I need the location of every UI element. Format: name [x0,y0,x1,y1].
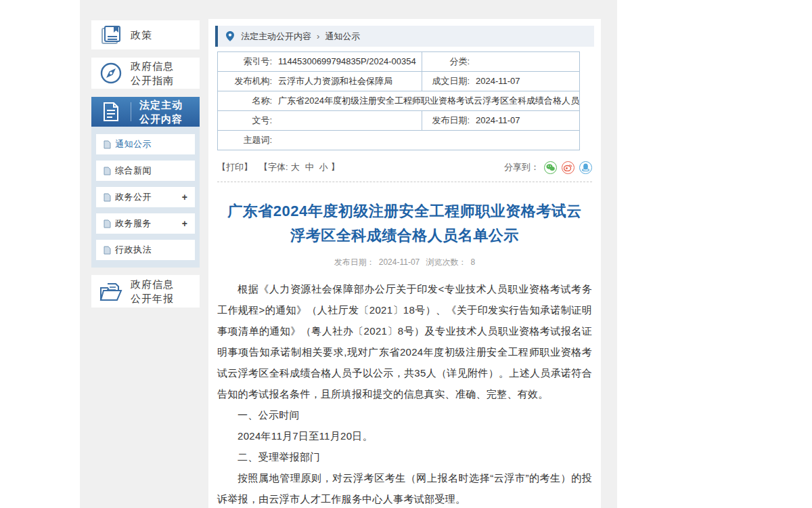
expand-plus-icon[interactable]: + [182,192,187,203]
sidebar-subitem-notices[interactable]: 通知公示 [96,134,195,154]
font-size-medium-button[interactable]: 中 [305,161,314,173]
print-button[interactable]: 【打印】 [217,161,252,173]
page-icon [104,167,111,175]
written-date-label: 成文日期: [422,75,470,87]
compass-icon [91,61,131,85]
article: 广东省2024年度初级注册安全工程师职业资格考试云浮考区全科成绩合格人员名单公示… [217,199,592,508]
sidebar-item-disclosure-guide[interactable]: 政府信息公开指南 [91,58,200,89]
expand-plus-icon[interactable]: + [182,218,187,229]
doc-name-value: 广东省2024年度初级注册安全工程师职业资格考试云浮考区全科成绩合格人员名单公示 [278,96,580,106]
sidebar-subitem-gov-affairs[interactable]: 政务公开 + [96,187,195,207]
sidebar-item-policy[interactable]: 政策 [91,20,200,49]
sidebar-subitem-label: 行政执法 [115,244,152,256]
agency-label: 发布机构: [218,75,272,87]
font-size-large-button[interactable]: 大 [291,161,300,173]
article-paragraph: 根据《人力资源社会保障部办公厅关于印发<专业技术人员职业资格考试考务工作规程>的… [217,278,592,404]
article-title: 广东省2024年度初级注册安全工程师职业资格考试云浮考区全科成绩合格人员名单公示 [221,199,589,248]
sidebar: 政策 政府信息公开指南 [91,20,200,316]
index-number-value: 11445300699794835P/2024-00354 [278,56,416,66]
sidebar-item-label: 政府信息公开年报 [131,277,175,305]
sidebar-subitem-label: 政务公开 [115,191,152,203]
page-icon [104,219,111,228]
sidebar-subitem-enforcement[interactable]: 行政执法 [96,240,195,260]
font-size-control: 【字体: 大 中 小 】 [259,161,340,173]
sidebar-subitem-news[interactable]: 综合新闻 [96,161,195,181]
publish-date: 2024-11-07 [379,257,420,267]
keywords-label: 主题词: [218,134,272,146]
table-row: 主题词: [218,131,580,150]
written-date-value: 2024-11-07 [476,76,520,86]
sidebar-item-annual-report[interactable]: 政府信息公开年报 [91,275,200,308]
share-label: 分享到： [504,161,539,173]
font-size-prefix: 【字体: [259,161,288,173]
wechat-share-icon[interactable] [544,161,557,174]
breadcrumb: 法定主动公开内容 › 通知公示 [215,26,594,47]
sidebar-subitem-gov-services[interactable]: 政务服务 + [96,213,195,234]
sidebar-submenu: 通知公示 综合新闻 政务公开 + 政务服务 [91,127,200,268]
sidebar-subitem-label: 综合新闻 [115,165,152,177]
sidebar-item-label: 政府信息公开指南 [131,59,175,87]
doc-name-label: 名称: [218,95,272,107]
doc-number-label: 文号: [218,114,272,127]
document-info-table: 索引号:11445300699794835P/2024-00354 分类: 发布… [217,51,580,150]
font-size-suffix: 】 [331,161,340,173]
document-icon [91,101,131,123]
page-icon [104,246,111,255]
sidebar-item-statutory-disclosure[interactable]: 法定主动公开内容 [91,97,200,127]
publish-date-value: 2024-11-07 [476,115,520,125]
breadcrumb-parent[interactable]: 法定主动公开内容 [241,30,311,43]
table-row: 索引号:11445300699794835P/2024-00354 分类: [218,52,580,72]
qq-share-icon[interactable] [579,161,592,174]
page-icon [104,193,111,202]
book-icon [91,24,131,46]
index-number-label: 索引号: [218,56,272,68]
publish-date-label: 发布日期: [422,114,470,127]
article-meta: 发布日期：2024-11-07 浏览次数：8 [217,257,592,268]
location-pin-icon [226,31,234,41]
article-paragraph: 二、受理举报部门 [217,446,592,467]
sidebar-item-label: 政策 [131,28,175,42]
toolbar: 【打印】 【字体: 大 中 小 】 分享到： [217,160,592,175]
article-paragraph: 按照属地管理原则，对云浮考区考生（网上报名时选择“云浮市”的考生）的投诉举报，由… [217,467,592,508]
divider [131,102,131,121]
sidebar-subitem-label: 通知公示 [115,138,152,150]
article-paragraph: 一、公示时间 [217,404,592,425]
publish-date-label: 发布日期： [334,257,375,267]
page-icon [104,140,111,149]
agency-value: 云浮市人力资源和社会保障局 [278,76,392,86]
breadcrumb-separator: › [317,31,319,41]
views-label: 浏览次数： [426,257,467,267]
table-row: 发布机构:云浮市人力资源和社会保障局 成文日期:2024-11-07 [218,72,580,91]
font-size-small-button[interactable]: 小 [319,161,328,173]
folder-icon [91,280,131,303]
sidebar-subitem-label: 政务服务 [115,217,152,230]
share-area: 分享到： [504,161,592,174]
content-container: 政策 政府信息公开指南 [80,0,617,508]
views-count: 8 [471,257,476,267]
table-row: 名称:广东省2024年度初级注册安全工程师职业资格考试云浮考区全科成绩合格人员名… [218,91,580,111]
category-label: 分类: [422,56,470,68]
article-paragraph: 2024年11月7日至11月20日。 [217,425,592,446]
weibo-share-icon[interactable] [562,161,574,174]
main-panel: 法定主动公开内容 › 通知公示 索引号:11445300699794835P/2… [208,19,601,508]
divider [217,182,592,182]
breadcrumb-current[interactable]: 通知公示 [325,30,360,43]
sidebar-item-label: 法定主动公开内容 [139,98,184,126]
table-row: 文号: 发布日期:2024-11-07 [218,111,580,131]
article-body: 根据《人力资源社会保障部办公厅关于印发<专业技术人员职业资格考试考务工作规程>的… [217,278,592,508]
